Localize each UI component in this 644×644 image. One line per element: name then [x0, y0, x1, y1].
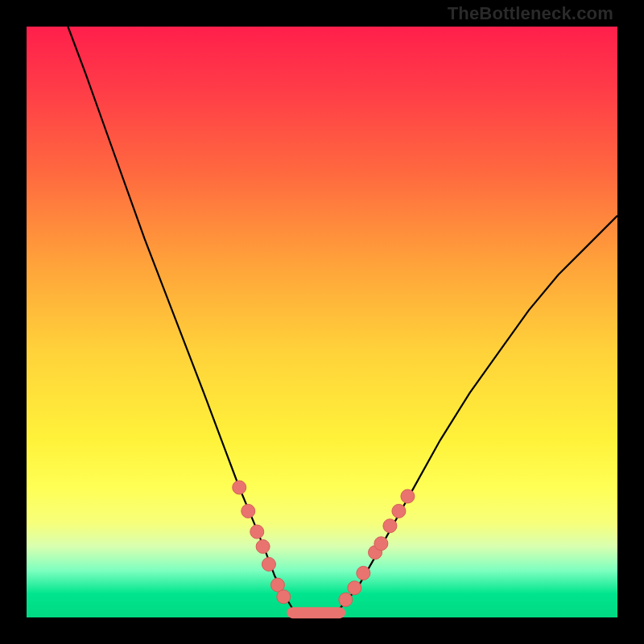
marker-dot [256, 539, 270, 553]
chart-frame: TheBottleneck.com [0, 0, 644, 644]
marker-dot [374, 537, 388, 551]
chart-svg [27, 27, 617, 617]
marker-dot [277, 590, 291, 604]
marker-dot [262, 557, 275, 571]
marker-dot [401, 489, 415, 503]
chart-plot-area [27, 27, 617, 617]
marker-cluster-right [339, 489, 415, 606]
marker-dot [250, 525, 264, 539]
marker-cluster-left [233, 481, 291, 604]
marker-dot [357, 566, 370, 580]
marker-dot [339, 592, 353, 606]
marker-dot [383, 519, 397, 533]
marker-dot [348, 581, 361, 595]
bottleneck-curve [68, 27, 617, 614]
marker-dot [233, 481, 246, 494]
marker-dot [392, 504, 406, 518]
marker-dot [242, 504, 255, 518]
watermark-text: TheBottleneck.com [448, 3, 613, 24]
